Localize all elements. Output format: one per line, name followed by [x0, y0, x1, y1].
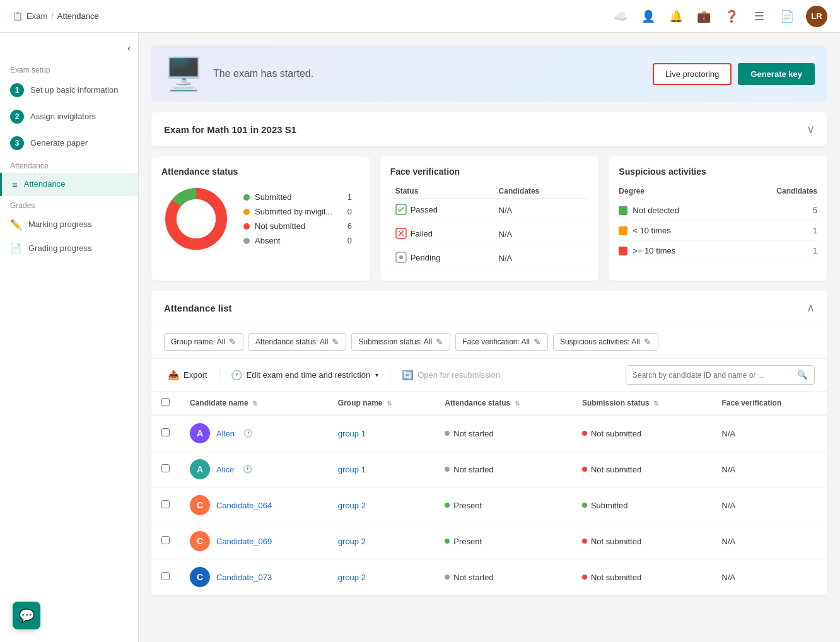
generate-key-button[interactable]: Generate key	[738, 63, 815, 85]
face-verification-card: Face verification Status Candidates	[380, 156, 599, 281]
candidate-name-link-2[interactable]: Candidate_064	[216, 501, 272, 510]
row-select-4[interactable]	[161, 572, 170, 580]
legend-submitted: Submitted 1	[243, 192, 352, 202]
live-proctoring-button[interactable]: Live proctoring	[653, 63, 732, 85]
row-face-3: N/A	[712, 523, 828, 559]
attendance-label-0: Not started	[453, 429, 494, 438]
user-avatar[interactable]: LR	[806, 6, 827, 27]
row-checkbox-4	[151, 559, 180, 595]
filter-attendance-icon: ✎	[332, 337, 339, 347]
candidate-search-input[interactable]	[626, 366, 791, 384]
person-group-icon[interactable]: 👤	[639, 8, 657, 25]
submitted-label: Submitted	[255, 192, 292, 202]
fv-col-candidates: Candidates	[494, 184, 589, 199]
filter-face-label: Face verification: All	[462, 337, 530, 346]
fv-row-failed: Failed N/A	[390, 223, 589, 247]
row-candidate-name-0: A Allen 🕐	[180, 415, 328, 452]
svg-point-3	[177, 199, 216, 238]
sidebar-collapse-btn[interactable]: ‹	[0, 43, 138, 61]
row-select-3[interactable]	[161, 536, 170, 544]
list-icon[interactable]: ☰	[750, 8, 768, 25]
sidebar: ‹ Exam setup 1 Set up basic information …	[0, 33, 139, 608]
candidate-name-link-3[interactable]: Candidate_069	[216, 537, 272, 546]
sa-gte-10-label: >= 10 times	[633, 246, 807, 255]
filter-submission-status[interactable]: Submission status: All ✎	[351, 333, 450, 351]
candidate-name-link-1[interactable]: Alice	[216, 465, 234, 474]
row-submission-0: Not submitted	[572, 415, 712, 452]
group-link-0[interactable]: group 1	[338, 429, 366, 438]
attendance-list-collapse-icon[interactable]: ∧	[807, 301, 815, 315]
sort-attendance-icon[interactable]: ⇅	[515, 400, 520, 407]
sort-submission-icon[interactable]: ⇅	[653, 400, 658, 407]
row-candidate-name-2: C Candidate_064	[180, 487, 328, 523]
cloud-icon[interactable]: ☁️	[612, 8, 629, 25]
th-group-name: Group name ⇅	[328, 392, 435, 415]
row-select-2[interactable]	[161, 500, 170, 508]
candidate-name-link-0[interactable]: Allen	[216, 429, 235, 438]
attendance-list-header: Attendance list ∧	[151, 291, 827, 325]
filter-face-verification[interactable]: Face verification: All ✎	[455, 333, 548, 351]
row-group-1: group 1	[328, 452, 435, 487]
row-group-0: group 1	[328, 415, 435, 452]
collapse-icon[interactable]: ‹	[127, 43, 131, 53]
filter-group-name[interactable]: Group name: All ✎	[164, 333, 243, 351]
filter-attendance-status[interactable]: Attendance status: All ✎	[248, 333, 346, 351]
breadcrumb-root[interactable]: Exam	[26, 11, 47, 21]
open-resubmission-button[interactable]: 🔄 Open for resubmission	[398, 367, 504, 383]
resubmit-icon: 🔄	[402, 370, 414, 381]
edit-exam-time-button[interactable]: 🕐 Edit exam end time and restriction ▾	[227, 367, 383, 383]
export-button[interactable]: 📤 Export	[164, 367, 211, 383]
candidate-search-box: 🔍	[626, 365, 815, 385]
table-row: C Candidate_069 group 2 Present Not subm…	[151, 523, 827, 559]
group-link-4[interactable]: group 2	[338, 573, 366, 582]
export-label: Export	[184, 370, 207, 380]
candidate-avatar-1: A	[190, 459, 210, 479]
row-face-2: N/A	[712, 487, 828, 523]
fv-pending-icon: Pending	[395, 252, 441, 263]
bell-icon[interactable]: 🔔	[667, 8, 685, 25]
face-verification-table: Status Candidates Passed	[390, 184, 589, 271]
th-checkbox	[151, 392, 180, 415]
sidebar-item-assign-invigilators[interactable]: 2 Assign invigilators	[0, 103, 138, 130]
candidate-name-link-4[interactable]: Candidate_073	[216, 573, 272, 582]
filter-suspicious-label: Suspicious activities: All	[560, 337, 640, 346]
fv-col-status: Status	[390, 184, 494, 199]
sidebar-item-grading-progress[interactable]: 📄 Grading progress	[0, 236, 138, 260]
sort-group-icon[interactable]: ⇅	[387, 400, 392, 407]
sidebar-item-attendance[interactable]: ≡ Attendance	[0, 173, 138, 196]
step-3-label: Generate paper	[30, 138, 88, 149]
attendance-label: Attendance	[0, 156, 138, 173]
group-link-3[interactable]: group 2	[338, 537, 366, 546]
select-all-checkbox[interactable]	[161, 398, 170, 406]
filter-suspicious-activities[interactable]: Suspicious activities: All ✎	[553, 333, 658, 351]
fv-passed-count: N/A	[494, 199, 589, 223]
step-1-circle: 1	[10, 83, 24, 97]
clock-edit-icon: 🕐	[231, 370, 243, 381]
exam-title: Exam for Math 101 in 2023 S1	[164, 124, 296, 135]
sidebar-item-marking-progress[interactable]: ✏️ Marking progress	[0, 213, 138, 236]
legend-absent: Absent 0	[243, 236, 352, 245]
row-select-0[interactable]	[161, 428, 170, 436]
row-select-1[interactable]	[161, 464, 170, 472]
fv-row-pending: Pending N/A	[390, 247, 589, 271]
sidebar-item-generate-paper[interactable]: 3 Generate paper	[0, 130, 138, 156]
submitted-count: 1	[337, 192, 352, 202]
search-button[interactable]: 🔍	[791, 366, 814, 384]
sort-candidate-icon[interactable]: ⇅	[252, 400, 257, 407]
sidebar-item-setup-basic[interactable]: 1 Set up basic information	[0, 77, 138, 103]
briefcase-icon[interactable]: 💼	[695, 8, 713, 25]
export-icon: 📤	[168, 370, 180, 381]
chat-fab-button[interactable]: 💬	[13, 602, 40, 608]
group-link-2[interactable]: group 2	[338, 501, 366, 510]
step-2-circle: 2	[10, 110, 24, 124]
row-checkbox-2	[151, 487, 180, 523]
group-link-1[interactable]: group 1	[338, 465, 366, 474]
step-1-label: Set up basic information	[30, 85, 118, 96]
doc-icon[interactable]: 📄	[778, 8, 796, 25]
exam-title-expand-icon[interactable]: ∨	[807, 122, 815, 136]
help-icon[interactable]: ❓	[723, 8, 740, 25]
row-submission-1: Not submitted	[572, 452, 712, 487]
row-face-0: N/A	[712, 415, 828, 452]
row-attendance-0: Not started	[435, 415, 572, 452]
sa-not-detected: Not detected 5	[619, 201, 817, 221]
